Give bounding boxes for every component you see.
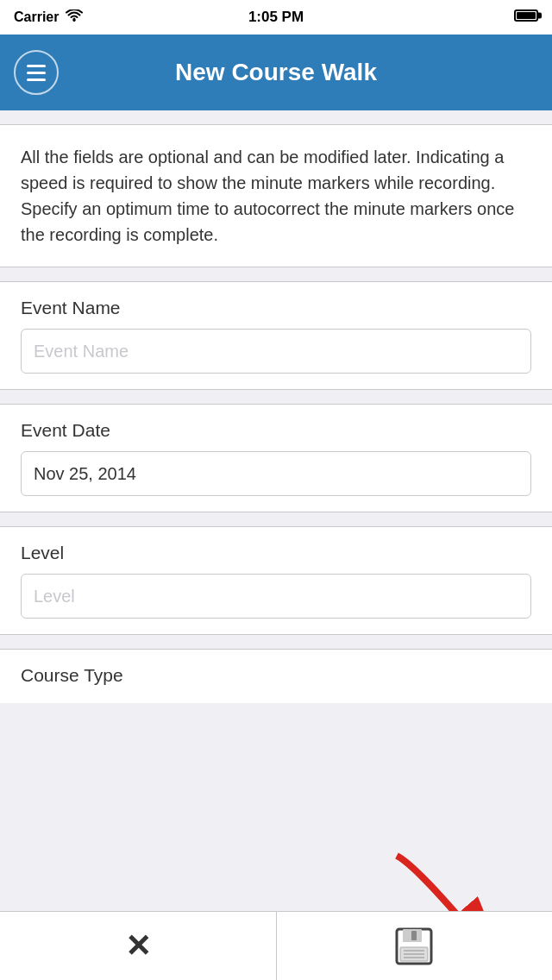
menu-button[interactable] xyxy=(14,50,59,95)
battery-icon xyxy=(514,9,538,25)
info-card: All the fields are optional and can be m… xyxy=(0,124,552,267)
course-type-label: Course Type xyxy=(21,665,531,686)
event-date-input[interactable] xyxy=(21,451,531,496)
page-title: New Course Walk xyxy=(175,59,377,86)
event-name-input[interactable] xyxy=(21,329,531,374)
hamburger-icon xyxy=(27,65,46,81)
nav-bar: New Course Walk xyxy=(0,35,552,110)
cancel-button[interactable]: ✕ xyxy=(0,912,277,980)
event-name-section: Event Name xyxy=(0,281,552,390)
course-type-section: Course Type xyxy=(0,649,552,703)
status-bar: Carrier 1:05 PM xyxy=(0,0,552,35)
svg-point-0 xyxy=(73,19,76,22)
status-bar-right xyxy=(514,9,538,25)
svg-rect-4 xyxy=(411,931,417,940)
level-label: Level xyxy=(21,543,531,563)
carrier-label: Carrier xyxy=(14,9,59,25)
cancel-icon: ✕ xyxy=(125,928,151,964)
wifi-icon xyxy=(66,9,83,26)
status-bar-time: 1:05 PM xyxy=(248,9,304,26)
save-icon xyxy=(394,927,434,966)
info-text: All the fields are optional and can be m… xyxy=(21,144,531,248)
bottom-toolbar: ✕ xyxy=(0,911,552,980)
content-area: All the fields are optional and can be m… xyxy=(0,110,552,911)
save-button[interactable] xyxy=(277,912,553,980)
event-date-label: Event Date xyxy=(21,420,531,441)
event-name-label: Event Name xyxy=(21,298,531,318)
event-date-section: Event Date xyxy=(0,404,552,512)
status-bar-left: Carrier xyxy=(14,9,83,26)
level-input[interactable] xyxy=(21,574,531,619)
level-section: Level xyxy=(0,526,552,635)
